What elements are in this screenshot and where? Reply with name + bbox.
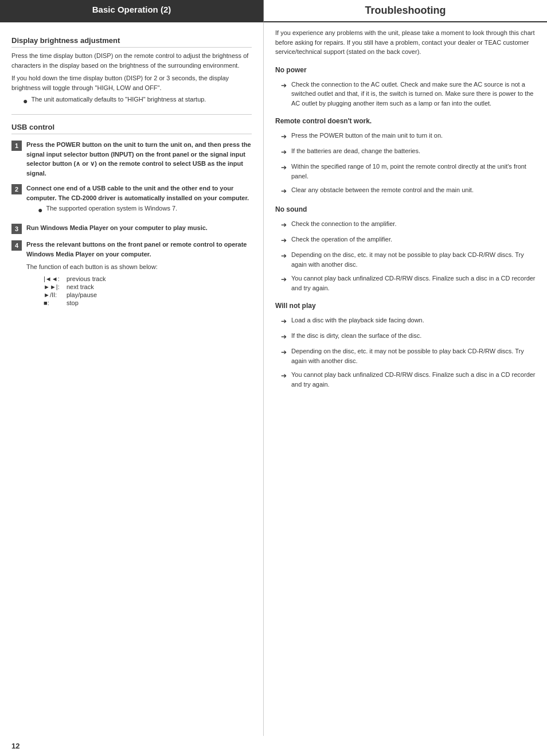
function-desc-stop: stop <box>67 299 79 306</box>
arrow-icon-s2: ➔ <box>281 235 287 245</box>
will-not-play-item-3: ➔ Depending on the disc, etc. it may not… <box>281 346 536 365</box>
no-sound-item-1: ➔ Check the connection to the amplifier. <box>281 219 536 230</box>
step-4-content: Press the relevant buttons on the front … <box>26 240 252 307</box>
will-not-play-text-2: If the disc is dirty, clean the surface … <box>291 331 421 341</box>
page: Basic Operation (2) Troubleshooting Disp… <box>0 0 547 756</box>
left-column: Display brightness adjustment Press the … <box>0 22 264 736</box>
arrow-icon-w1: ➔ <box>281 316 287 326</box>
step-1-number: 1 <box>11 141 22 151</box>
step-2-content: Connect one end of a USB cable to the un… <box>26 184 252 217</box>
step-2-text: Connect one end of a USB cable to the un… <box>26 184 252 202</box>
function-symbol-prev: |◄◄: <box>44 275 67 282</box>
function-table: |◄◄: previous track ►►|: next track ►/II… <box>44 275 252 306</box>
main-columns: Display brightness adjustment Press the … <box>0 22 547 736</box>
bullet-icon: ● <box>23 96 28 106</box>
will-not-play-text-3: Depending on the disc, etc. it may not b… <box>291 346 536 365</box>
no-sound-item-4: ➔ You cannot play back unfinalized CD-R/… <box>281 274 536 293</box>
right-section-header: Troubleshooting <box>264 0 547 22</box>
will-not-play-item-1: ➔ Load a disc with the playback side fac… <box>281 315 536 326</box>
usb-control-title: USB control <box>11 123 252 134</box>
function-desc-prev: previous track <box>67 275 106 282</box>
no-sound-text-2: Check the operation of the amplifier. <box>291 235 392 244</box>
arrow-icon-r2: ➔ <box>281 147 287 157</box>
function-row-prev: |◄◄: previous track <box>44 275 252 282</box>
usb-step-3: 3 Run Windows Media Player on your compu… <box>11 223 252 234</box>
function-symbol-next: ►►|: <box>44 283 67 290</box>
bottom-row: 12 <box>0 736 547 756</box>
remote-item-1: ➔ Press the POWER button of the main uni… <box>281 131 536 142</box>
remote-text-1: Press the POWER button of the main unit … <box>291 131 443 141</box>
section-divider <box>11 114 252 115</box>
bullet-icon-2: ● <box>38 205 42 215</box>
arrow-icon-r3: ➔ <box>281 162 287 173</box>
will-not-play-item-2: ➔ If the disc is dirty, clean the surfac… <box>281 331 536 342</box>
function-symbol-play: ►/II: <box>44 291 67 298</box>
function-row-stop: ■: stop <box>44 299 252 306</box>
arrow-icon-s4: ➔ <box>281 274 287 285</box>
no-sound-text-4: You cannot play back unfinalized CD-R/RW… <box>291 274 536 293</box>
arrow-icon-w4: ➔ <box>281 371 287 381</box>
no-sound-text-1: Check the connection to the amplifier. <box>291 219 396 229</box>
function-desc-play: play/pause <box>67 291 97 298</box>
no-sound-item-3: ➔ Depending on the disc, etc. it may not… <box>281 250 536 269</box>
display-brightness-para2: If you hold down the time display button… <box>11 73 252 92</box>
step-2-bullet: ● The supported operation system is Wind… <box>38 205 252 215</box>
step-2-bullet-text: The supported operation system is Window… <box>46 205 177 212</box>
function-symbol-stop: ■: <box>44 299 67 306</box>
remote-text-2: If the batteries are dead, change the ba… <box>291 146 420 156</box>
remote-text-3: Within the specified range of 10 m, poin… <box>291 162 536 181</box>
arrow-icon-r1: ➔ <box>281 131 287 142</box>
left-section-header: Basic Operation (2) <box>0 0 264 22</box>
header-row: Basic Operation (2) Troubleshooting <box>0 0 547 22</box>
no-power-item-1: ➔ Check the connection to the AC outlet.… <box>281 80 536 108</box>
step-4-number: 4 <box>11 240 22 251</box>
arrow-icon-r4: ➔ <box>281 186 287 196</box>
will-not-play-item-4: ➔ You cannot play back unfinalized CD-R/… <box>281 370 536 389</box>
no-sound-title: No sound <box>275 205 536 213</box>
page-number: 12 <box>0 736 31 756</box>
display-brightness-title: Display brightness adjustment <box>11 36 252 48</box>
remote-section: Remote control doesn't work. ➔ Press the… <box>275 117 536 196</box>
function-row-play: ►/II: play/pause <box>44 291 252 298</box>
step-2-number: 2 <box>11 184 22 194</box>
no-sound-section: No sound ➔ Check the connection to the a… <box>275 205 536 293</box>
troubleshoot-intro: If you experience any problems with the … <box>275 28 536 57</box>
remote-item-3: ➔ Within the specified range of 10 m, po… <box>281 162 536 181</box>
usb-step-2: 2 Connect one end of a USB cable to the … <box>11 184 252 217</box>
remote-item-2: ➔ If the batteries are dead, change the … <box>281 146 536 157</box>
remote-title: Remote control doesn't work. <box>275 117 536 125</box>
arrow-icon-w2: ➔ <box>281 332 287 342</box>
step-4-text: Press the relevant buttons on the front … <box>26 240 252 259</box>
step-1-text: Press the POWER button on the unit to tu… <box>26 140 252 178</box>
step-3-number: 3 <box>11 224 22 234</box>
remote-item-4: ➔ Clear any obstacle between the remote … <box>281 185 536 196</box>
step-3-text: Run Windows Media Player on your compute… <box>26 223 208 233</box>
arrow-icon-s1: ➔ <box>281 220 287 230</box>
step-4-function-note: The function of each button is as shown … <box>26 262 252 272</box>
function-row-next: ►►|: next track <box>44 283 252 290</box>
usb-control-section: USB control 1 Press the POWER button on … <box>11 123 252 307</box>
function-desc-next: next track <box>67 283 94 290</box>
no-power-section: No power ➔ Check the connection to the A… <box>275 66 536 108</box>
no-sound-text-3: Depending on the disc, etc. it may not b… <box>291 250 536 269</box>
will-not-play-text-1: Load a disc with the playback side facin… <box>291 315 424 325</box>
no-power-title: No power <box>275 66 536 74</box>
display-brightness-section: Display brightness adjustment Press the … <box>11 36 252 106</box>
display-brightness-bullet: ● The unit automatically defaults to "HI… <box>23 96 252 106</box>
arrow-icon-w3: ➔ <box>281 347 287 357</box>
no-power-text-1: Check the connection to the AC outlet. C… <box>291 80 536 108</box>
no-sound-item-2: ➔ Check the operation of the amplifier. <box>281 235 536 245</box>
usb-step-1: 1 Press the POWER button on the unit to … <box>11 140 252 178</box>
arrow-icon-s3: ➔ <box>281 251 287 261</box>
remote-text-4: Clear any obstacle between the remote co… <box>291 185 474 195</box>
arrow-icon: ➔ <box>281 80 287 91</box>
usb-step-4: 4 Press the relevant buttons on the fron… <box>11 240 252 307</box>
display-brightness-bullet-text: The unit automatically defaults to "HIGH… <box>31 96 206 103</box>
will-not-play-text-4: You cannot play back unfinalized CD-R/RW… <box>291 370 536 389</box>
display-brightness-para1: Press the time display button (DISP) on … <box>11 51 252 70</box>
right-column: If you experience any problems with the … <box>264 22 547 736</box>
will-not-play-title: Will not play <box>275 302 536 310</box>
will-not-play-section: Will not play ➔ Load a disc with the pla… <box>275 302 536 389</box>
